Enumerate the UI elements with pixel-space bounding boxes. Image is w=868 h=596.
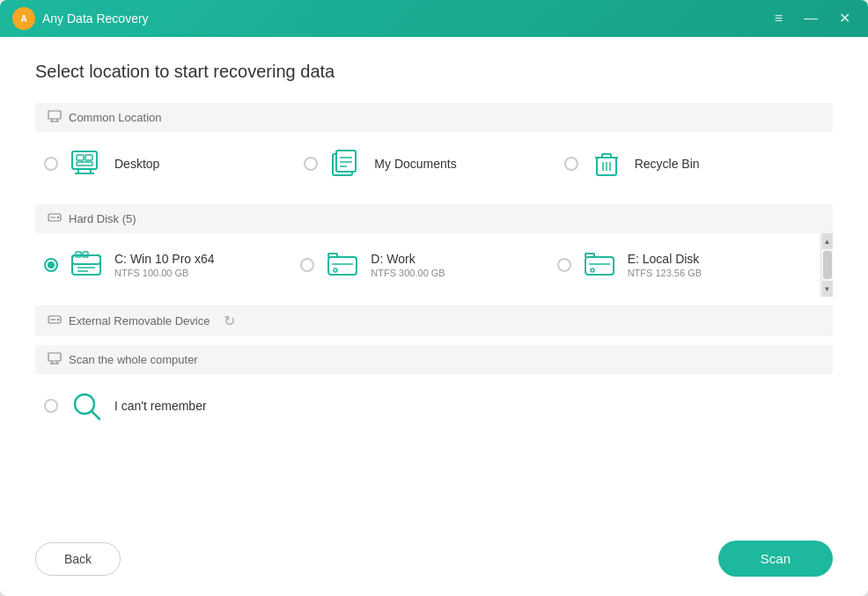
common-location-header: Common Location <box>35 103 833 132</box>
whole-computer-items: I can't remember <box>35 374 833 438</box>
radio-desktop[interactable] <box>44 157 58 171</box>
titlebar-left: A Any Data Recovery <box>12 7 149 30</box>
footer: Back Scan <box>0 525 868 596</box>
c-drive-sub: NTFS 100.00 GB <box>114 268 215 278</box>
whole-computer-header: Scan the whole computer <box>35 345 833 374</box>
d-drive-icon <box>323 246 362 284</box>
location-item-d[interactable]: D: Work NTFS 300.00 GB <box>300 246 556 284</box>
minimize-button[interactable]: — <box>798 10 823 27</box>
close-button[interactable]: ✕ <box>834 10 856 27</box>
hard-disk-items-wrapper: C: Win 10 Pro x64 NTFS 100.00 GB <box>35 233 833 297</box>
titlebar-controls: ≡ — ✕ <box>769 10 856 27</box>
e-drive-name: E: Local Disk <box>628 252 702 266</box>
whole-computer-icon <box>48 352 62 367</box>
scroll-down-arrow[interactable]: ▼ <box>822 281 833 297</box>
scan-button[interactable]: Scan <box>718 541 833 577</box>
svg-rect-35 <box>328 257 357 275</box>
common-location-items: Desktop <box>35 132 833 195</box>
whole-computer-label: Scan the whole computer <box>69 353 198 366</box>
svg-point-27 <box>57 217 59 218</box>
d-drive-sub: NTFS 300.00 GB <box>371 268 445 278</box>
e-drive-icon <box>580 246 619 284</box>
svg-text:A: A <box>20 14 26 24</box>
refresh-icon[interactable]: ↻ <box>224 313 235 329</box>
location-item-documents[interactable]: My Documents <box>304 144 563 183</box>
location-item-e[interactable]: E: Local Disk NTFS 123.56 GB <box>557 246 813 284</box>
scrollbar[interactable]: ▲ ▼ <box>820 233 833 297</box>
external-icon <box>48 313 62 328</box>
svg-rect-14 <box>336 151 356 172</box>
svg-point-37 <box>334 269 337 272</box>
documents-info: My Documents <box>374 157 456 171</box>
svg-rect-11 <box>85 155 92 160</box>
location-item-recycle[interactable]: Recycle Bin <box>564 144 824 183</box>
svg-rect-41 <box>585 257 614 275</box>
svg-rect-2 <box>48 111 61 119</box>
main-content: Select location to start recovering data… <box>0 37 868 525</box>
recycle-bin-icon <box>587 144 626 183</box>
svg-rect-50 <box>48 353 61 361</box>
e-drive-sub: NTFS 123.56 GB <box>628 268 702 278</box>
app-window: A Any Data Recovery ≡ — ✕ Select locatio… <box>0 0 868 596</box>
hard-disk-section: Hard Disk (5) <box>35 204 833 297</box>
scrollbar-thumb[interactable] <box>823 251 832 279</box>
d-drive-info: D: Work NTFS 300.00 GB <box>371 252 445 278</box>
external-header: External Removable Device ↻ <box>35 305 833 336</box>
svg-rect-10 <box>77 155 84 160</box>
app-logo: A <box>12 7 35 30</box>
c-drive-icon <box>67 246 106 284</box>
back-button[interactable]: Back <box>35 542 121 576</box>
cant-remember-info: I can't remember <box>114 399 207 413</box>
location-item-c[interactable]: C: Win 10 Pro x64 NTFS 100.00 GB <box>44 246 300 284</box>
monitor-icon <box>48 110 62 125</box>
svg-rect-6 <box>72 151 97 169</box>
page-title: Select location to start recovering data <box>35 62 833 82</box>
titlebar: A Any Data Recovery ≡ — ✕ <box>0 0 868 37</box>
hard-disk-label: Hard Disk (5) <box>69 212 136 225</box>
location-item-cant-remember[interactable]: I can't remember <box>44 386 291 425</box>
documents-icon <box>327 144 365 183</box>
whole-computer-section: Scan the whole computer I can't remember <box>35 345 833 438</box>
radio-e[interactable] <box>557 258 571 272</box>
harddisk-icon <box>48 211 62 226</box>
svg-point-43 <box>591 269 594 272</box>
common-location-section: Common Location <box>35 103 833 195</box>
location-item-desktop[interactable]: Desktop <box>44 144 304 183</box>
hard-disk-items: C: Win 10 Pro x64 NTFS 100.00 GB <box>35 233 833 297</box>
svg-point-48 <box>57 319 59 320</box>
c-drive-info: C: Win 10 Pro x64 NTFS 100.00 GB <box>114 252 215 278</box>
app-title: Any Data Recovery <box>42 11 149 26</box>
radio-c[interactable] <box>44 258 58 272</box>
search-location-icon <box>67 386 106 425</box>
documents-name: My Documents <box>374 157 456 171</box>
recycle-info: Recycle Bin <box>635 157 700 171</box>
cant-remember-name: I can't remember <box>114 399 207 413</box>
scroll-up-arrow[interactable]: ▲ <box>822 233 833 249</box>
radio-recycle[interactable] <box>564 157 578 171</box>
desktop-icon <box>67 144 106 183</box>
svg-line-55 <box>92 411 99 419</box>
external-section: External Removable Device ↻ <box>35 305 833 336</box>
external-label: External Removable Device <box>69 314 210 327</box>
e-drive-info: E: Local Disk NTFS 123.56 GB <box>628 252 702 278</box>
svg-rect-12 <box>77 162 92 166</box>
common-location-label: Common Location <box>69 111 162 124</box>
desktop-info: Desktop <box>114 157 159 171</box>
menu-button[interactable]: ≡ <box>769 10 788 27</box>
c-drive-name: C: Win 10 Pro x64 <box>114 252 215 266</box>
hard-disk-header: Hard Disk (5) <box>35 204 833 233</box>
recycle-name: Recycle Bin <box>635 157 700 171</box>
d-drive-name: D: Work <box>371 252 445 266</box>
radio-documents[interactable] <box>304 157 318 171</box>
radio-cant-remember[interactable] <box>44 399 58 413</box>
desktop-name: Desktop <box>114 157 159 171</box>
radio-d[interactable] <box>300 258 314 272</box>
